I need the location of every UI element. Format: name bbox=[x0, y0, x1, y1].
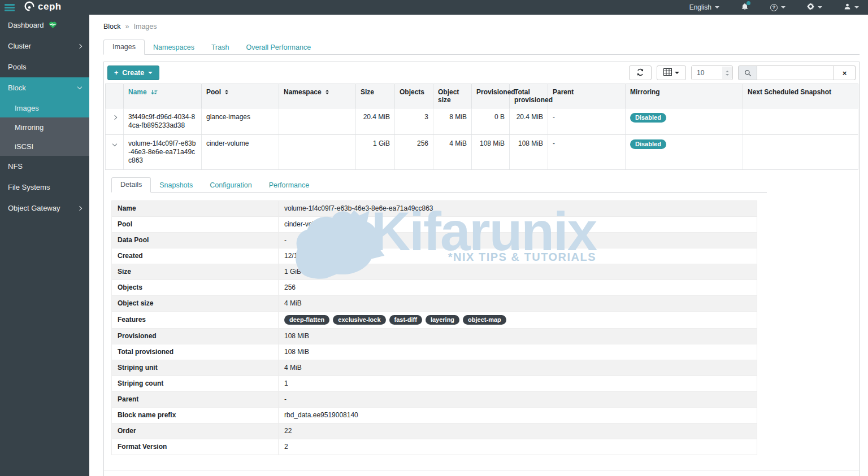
cell-name[interactable]: 3f449c9f-d96d-4034-84ca-fb895233ad38 bbox=[124, 108, 202, 135]
details-table: Namevolume-1f4c09f7-e63b-46e3-8e6e-ea71a… bbox=[111, 200, 757, 455]
column-header-size[interactable]: Size bbox=[356, 84, 395, 108]
feature-badge-exclusive-lock: exclusive-lock bbox=[333, 315, 385, 325]
sidebar-item-iscsi[interactable]: iSCSI bbox=[0, 137, 89, 156]
detail-value: 4 MiB bbox=[279, 360, 757, 376]
sidebar-item-pools[interactable]: Pools bbox=[0, 56, 89, 77]
cell-provisioned[interactable]: 108 MiB bbox=[472, 135, 510, 170]
cell-object-size[interactable]: 8 MiB bbox=[433, 108, 472, 135]
notification-badge bbox=[747, 1, 750, 5]
cell-objects[interactable]: 3 bbox=[395, 108, 433, 135]
detail-key: Object size bbox=[112, 296, 279, 312]
column-header-pool[interactable]: Pool bbox=[202, 84, 279, 108]
cell-mirroring[interactable]: Disabled bbox=[626, 135, 743, 170]
refresh-button[interactable] bbox=[629, 65, 652, 80]
tab-trash[interactable]: Trash bbox=[203, 41, 238, 55]
column-header-total-provisioned[interactable]: Total provisioned bbox=[510, 84, 548, 108]
tab-performance[interactable]: Performance bbox=[261, 178, 318, 193]
column-header-provisioned[interactable]: Provisioned bbox=[472, 84, 510, 108]
cell-parent[interactable]: - bbox=[548, 108, 626, 135]
page-size-stepper[interactable] bbox=[722, 67, 732, 79]
chevron-right-icon bbox=[77, 206, 82, 210]
health-ok-icon bbox=[49, 21, 57, 29]
detail-row-data-pool: Data Pool- bbox=[112, 233, 757, 248]
column-header-objects[interactable]: Objects bbox=[395, 84, 433, 108]
user-menu[interactable] bbox=[844, 3, 859, 12]
images-table: NamePoolNamespaceSizeObjectsObject sizeP… bbox=[105, 84, 858, 170]
feature-badge-layering: layering bbox=[426, 315, 459, 325]
images-table-header-row: NamePoolNamespaceSizeObjectsObject sizeP… bbox=[106, 84, 858, 108]
column-toggle-button[interactable] bbox=[657, 65, 686, 80]
cell-size[interactable]: 20.4 MiB bbox=[356, 108, 395, 135]
sidebar-item-cluster[interactable]: Cluster bbox=[0, 36, 89, 56]
cell-next-scheduled-snapshot[interactable] bbox=[743, 108, 858, 135]
detail-value: 22 bbox=[279, 423, 757, 439]
page-size-input[interactable] bbox=[692, 66, 719, 80]
column-header-mirroring[interactable]: Mirroring bbox=[626, 84, 743, 108]
cell-namespace[interactable] bbox=[279, 108, 356, 135]
tab-configuration[interactable]: Configuration bbox=[201, 178, 260, 193]
column-header-name[interactable]: Name bbox=[124, 84, 202, 108]
create-button[interactable]: + Create bbox=[107, 65, 159, 80]
detail-row-parent: Parent- bbox=[112, 392, 757, 408]
expand-row-toggle[interactable] bbox=[106, 108, 124, 135]
search-input[interactable] bbox=[757, 65, 834, 80]
images-table-body: 3f449c9f-d96d-4034-84ca-fb895233ad38glan… bbox=[106, 108, 858, 170]
cell-pool[interactable]: cinder-volume bbox=[202, 135, 279, 170]
sidebar-item-block[interactable]: Block bbox=[0, 77, 89, 98]
table-columns-icon bbox=[663, 68, 672, 77]
detail-value: 256 bbox=[279, 280, 757, 296]
main-content: Block » Images ImagesNamespacesTrashOver… bbox=[89, 15, 868, 476]
menu-icon[interactable] bbox=[5, 4, 15, 11]
breadcrumb-parent: Block bbox=[103, 23, 121, 30]
sidebar-item-nfs[interactable]: NFS bbox=[0, 156, 89, 177]
sidebar-item-filesystems[interactable]: File Systems bbox=[0, 177, 89, 198]
sidebar-item-object-gateway[interactable]: Object Gateway bbox=[0, 198, 89, 219]
table-toolbar: + Create bbox=[104, 62, 859, 84]
column-header-object-size[interactable]: Object size bbox=[433, 84, 472, 108]
cell-parent[interactable]: - bbox=[548, 135, 626, 170]
chevron-down-icon bbox=[77, 85, 82, 89]
detail-value: 2 bbox=[279, 439, 757, 455]
column-header-next-scheduled-snapshot[interactable]: Next Scheduled Snapshot bbox=[743, 84, 858, 108]
help-menu[interactable]: ? bbox=[770, 4, 785, 11]
cell-pool[interactable]: glance-images bbox=[202, 108, 279, 135]
language-selector[interactable]: English bbox=[689, 3, 719, 11]
cell-name[interactable]: volume-1f4c09f7-e63b-46e3-8e6e-ea71a49cc… bbox=[124, 135, 202, 170]
image-row-2[interactable]: volume-1f4c09f7-e63b-46e3-8e6e-ea71a49cc… bbox=[106, 135, 858, 170]
cell-total-provisioned[interactable]: 20.4 MiB bbox=[510, 108, 548, 135]
sidebar-item-dashboard[interactable]: Dashboard bbox=[0, 15, 89, 36]
settings-menu[interactable] bbox=[807, 3, 822, 12]
plus-icon: + bbox=[114, 69, 118, 77]
tab-overall-performance[interactable]: Overall Performance bbox=[237, 41, 319, 55]
breadcrumb: Block » Images bbox=[89, 15, 868, 30]
detail-value: 108 MiB bbox=[279, 344, 757, 360]
notifications-button[interactable] bbox=[741, 3, 749, 12]
detail-row-striping-unit: Striping unit4 MiB bbox=[112, 360, 757, 376]
detail-value: 108 MiB bbox=[279, 329, 757, 344]
details-table-body: Namevolume-1f4c09f7-e63b-46e3-8e6e-ea71a… bbox=[112, 201, 757, 455]
image-row-1[interactable]: 3f449c9f-d96d-4034-84ca-fb895233ad38glan… bbox=[106, 108, 858, 135]
detail-key: Size bbox=[112, 264, 279, 280]
column-header-parent[interactable]: Parent bbox=[548, 84, 626, 108]
cell-object-size[interactable]: 4 MiB bbox=[433, 135, 472, 170]
column-header-namespace[interactable]: Namespace bbox=[279, 84, 356, 108]
detail-key: Name bbox=[112, 201, 279, 217]
cell-objects[interactable]: 256 bbox=[395, 135, 433, 170]
detail-value: deep-flattenexclusive-lockfast-difflayer… bbox=[279, 312, 757, 329]
cell-next-scheduled-snapshot[interactable] bbox=[743, 135, 858, 170]
tab-images[interactable]: Images bbox=[103, 40, 145, 55]
tab-namespaces[interactable]: Namespaces bbox=[145, 41, 203, 55]
sidebar-item-images[interactable]: Images bbox=[0, 98, 89, 117]
cell-total-provisioned[interactable]: 108 MiB bbox=[510, 135, 548, 170]
cell-mirroring[interactable]: Disabled bbox=[626, 108, 743, 135]
cell-size[interactable]: 1 GiB bbox=[356, 135, 395, 170]
clear-search-button[interactable]: × bbox=[834, 65, 856, 80]
tab-details[interactable]: Details bbox=[111, 177, 151, 193]
collapse-row-toggle[interactable] bbox=[106, 135, 124, 170]
tab-snapshots[interactable]: Snapshots bbox=[151, 178, 201, 193]
ceph-logo bbox=[24, 1, 35, 14]
cell-namespace[interactable] bbox=[279, 135, 356, 170]
cell-provisioned[interactable]: 0 B bbox=[472, 108, 510, 135]
sidebar-item-mirroring[interactable]: Mirroring bbox=[0, 117, 89, 137]
ceph-brand[interactable]: ceph bbox=[24, 1, 62, 14]
